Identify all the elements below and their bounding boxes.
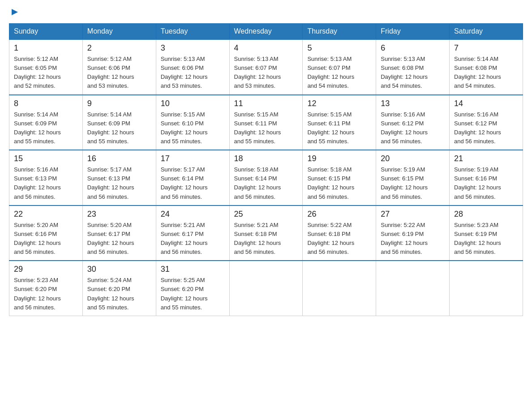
day-info: Sunrise: 5:22 AM Sunset: 6:18 PM Dayligh… (307, 221, 371, 257)
day-info: Sunrise: 5:21 AM Sunset: 6:18 PM Dayligh… (234, 221, 298, 257)
day-number: 27 (381, 210, 445, 219)
day-info: Sunrise: 5:23 AM Sunset: 6:19 PM Dayligh… (454, 221, 518, 257)
day-info: Sunrise: 5:15 AM Sunset: 6:11 PM Dayligh… (307, 110, 371, 146)
calendar-cell: 6 Sunrise: 5:13 AM Sunset: 6:08 PM Dayli… (376, 39, 450, 95)
calendar-cell: 15 Sunrise: 5:16 AM Sunset: 6:13 PM Dayl… (9, 150, 83, 206)
day-number: 31 (161, 265, 225, 274)
day-info: Sunrise: 5:16 AM Sunset: 6:12 PM Dayligh… (454, 110, 518, 146)
calendar-cell: 8 Sunrise: 5:14 AM Sunset: 6:09 PM Dayli… (9, 95, 83, 150)
weekday-header-wednesday: Wednesday (229, 24, 303, 40)
weekday-header-tuesday: Tuesday (156, 24, 229, 40)
day-info: Sunrise: 5:16 AM Sunset: 6:13 PM Dayligh… (14, 165, 78, 201)
weekday-header-row: SundayMondayTuesdayWednesdayThursdayFrid… (9, 24, 523, 40)
calendar-cell: 7 Sunrise: 5:14 AM Sunset: 6:08 PM Dayli… (450, 39, 523, 95)
week-row-4: 22 Sunrise: 5:20 AM Sunset: 6:16 PM Dayl… (9, 206, 523, 261)
weekday-header-thursday: Thursday (303, 24, 376, 40)
calendar-cell: 23 Sunrise: 5:20 AM Sunset: 6:17 PM Dayl… (82, 206, 156, 261)
day-info: Sunrise: 5:20 AM Sunset: 6:16 PM Dayligh… (14, 221, 78, 257)
week-row-2: 8 Sunrise: 5:14 AM Sunset: 6:09 PM Dayli… (9, 95, 523, 150)
calendar-cell: 4 Sunrise: 5:13 AM Sunset: 6:07 PM Dayli… (229, 39, 303, 95)
day-number: 5 (307, 43, 371, 53)
logo-arrow-icon (10, 7, 20, 17)
logo (9, 9, 20, 16)
calendar-cell: 12 Sunrise: 5:15 AM Sunset: 6:11 PM Dayl… (303, 95, 376, 150)
day-number: 24 (161, 210, 225, 219)
calendar-cell: 31 Sunrise: 5:25 AM Sunset: 6:20 PM Dayl… (156, 261, 229, 316)
day-number: 11 (234, 99, 298, 108)
day-info: Sunrise: 5:15 AM Sunset: 6:10 PM Dayligh… (161, 110, 225, 146)
calendar-cell (376, 261, 450, 316)
calendar-cell: 14 Sunrise: 5:16 AM Sunset: 6:12 PM Dayl… (450, 95, 523, 150)
day-number: 14 (454, 99, 518, 108)
day-info: Sunrise: 5:25 AM Sunset: 6:20 PM Dayligh… (161, 276, 225, 312)
day-info: Sunrise: 5:12 AM Sunset: 6:05 PM Dayligh… (14, 55, 78, 91)
day-info: Sunrise: 5:13 AM Sunset: 6:07 PM Dayligh… (234, 55, 298, 91)
calendar-cell: 30 Sunrise: 5:24 AM Sunset: 6:20 PM Dayl… (82, 261, 156, 316)
day-info: Sunrise: 5:20 AM Sunset: 6:17 PM Dayligh… (87, 221, 151, 257)
day-number: 16 (87, 154, 151, 163)
day-info: Sunrise: 5:14 AM Sunset: 6:08 PM Dayligh… (454, 55, 518, 91)
calendar-cell: 3 Sunrise: 5:13 AM Sunset: 6:06 PM Dayli… (156, 39, 229, 95)
svg-marker-0 (12, 9, 18, 15)
day-info: Sunrise: 5:19 AM Sunset: 6:16 PM Dayligh… (454, 165, 518, 201)
day-info: Sunrise: 5:13 AM Sunset: 6:07 PM Dayligh… (307, 55, 371, 91)
day-number: 18 (234, 154, 298, 163)
calendar-cell: 19 Sunrise: 5:18 AM Sunset: 6:15 PM Dayl… (303, 150, 376, 206)
day-info: Sunrise: 5:14 AM Sunset: 6:09 PM Dayligh… (87, 110, 151, 146)
calendar-cell: 11 Sunrise: 5:15 AM Sunset: 6:11 PM Dayl… (229, 95, 303, 150)
weekday-header-saturday: Saturday (450, 24, 523, 40)
day-number: 22 (14, 210, 78, 219)
calendar-cell: 1 Sunrise: 5:12 AM Sunset: 6:05 PM Dayli… (9, 39, 83, 95)
calendar-cell (303, 261, 376, 316)
day-number: 2 (87, 43, 151, 53)
day-info: Sunrise: 5:13 AM Sunset: 6:08 PM Dayligh… (381, 55, 445, 91)
day-number: 23 (87, 210, 151, 219)
day-number: 30 (87, 265, 151, 274)
day-info: Sunrise: 5:23 AM Sunset: 6:20 PM Dayligh… (14, 276, 78, 312)
week-row-5: 29 Sunrise: 5:23 AM Sunset: 6:20 PM Dayl… (9, 261, 523, 316)
calendar-cell: 21 Sunrise: 5:19 AM Sunset: 6:16 PM Dayl… (450, 150, 523, 206)
day-info: Sunrise: 5:15 AM Sunset: 6:11 PM Dayligh… (234, 110, 298, 146)
calendar-cell: 20 Sunrise: 5:19 AM Sunset: 6:15 PM Dayl… (376, 150, 450, 206)
day-number: 15 (14, 154, 78, 163)
calendar-cell: 13 Sunrise: 5:16 AM Sunset: 6:12 PM Dayl… (376, 95, 450, 150)
day-number: 3 (161, 43, 225, 53)
calendar-table: SundayMondayTuesdayWednesdayThursdayFrid… (9, 23, 523, 316)
calendar-cell: 22 Sunrise: 5:20 AM Sunset: 6:16 PM Dayl… (9, 206, 83, 261)
day-number: 8 (14, 99, 78, 108)
day-number: 12 (307, 99, 371, 108)
day-number: 17 (161, 154, 225, 163)
weekday-header-monday: Monday (82, 24, 156, 40)
day-info: Sunrise: 5:17 AM Sunset: 6:14 PM Dayligh… (161, 165, 225, 201)
day-number: 19 (307, 154, 371, 163)
day-number: 7 (454, 43, 518, 53)
calendar-cell: 25 Sunrise: 5:21 AM Sunset: 6:18 PM Dayl… (229, 206, 303, 261)
day-number: 4 (234, 43, 298, 53)
day-info: Sunrise: 5:18 AM Sunset: 6:14 PM Dayligh… (234, 165, 298, 201)
day-number: 10 (161, 99, 225, 108)
day-number: 28 (454, 210, 518, 219)
day-number: 1 (14, 43, 78, 53)
page-header (9, 9, 523, 16)
day-info: Sunrise: 5:21 AM Sunset: 6:17 PM Dayligh… (161, 221, 225, 257)
day-info: Sunrise: 5:13 AM Sunset: 6:06 PM Dayligh… (161, 55, 225, 91)
day-info: Sunrise: 5:18 AM Sunset: 6:15 PM Dayligh… (307, 165, 371, 201)
calendar-cell: 9 Sunrise: 5:14 AM Sunset: 6:09 PM Dayli… (82, 95, 156, 150)
week-row-3: 15 Sunrise: 5:16 AM Sunset: 6:13 PM Dayl… (9, 150, 523, 206)
day-number: 9 (87, 99, 151, 108)
day-info: Sunrise: 5:24 AM Sunset: 6:20 PM Dayligh… (87, 276, 151, 312)
day-number: 6 (381, 43, 445, 53)
calendar-cell: 16 Sunrise: 5:17 AM Sunset: 6:13 PM Dayl… (82, 150, 156, 206)
calendar-cell (229, 261, 303, 316)
calendar-cell (450, 261, 523, 316)
calendar-cell: 5 Sunrise: 5:13 AM Sunset: 6:07 PM Dayli… (303, 39, 376, 95)
calendar-cell: 17 Sunrise: 5:17 AM Sunset: 6:14 PM Dayl… (156, 150, 229, 206)
day-number: 25 (234, 210, 298, 219)
calendar-cell: 29 Sunrise: 5:23 AM Sunset: 6:20 PM Dayl… (9, 261, 83, 316)
day-info: Sunrise: 5:22 AM Sunset: 6:19 PM Dayligh… (381, 221, 445, 257)
day-number: 21 (454, 154, 518, 163)
calendar-cell: 10 Sunrise: 5:15 AM Sunset: 6:10 PM Dayl… (156, 95, 229, 150)
day-info: Sunrise: 5:17 AM Sunset: 6:13 PM Dayligh… (87, 165, 151, 201)
week-row-1: 1 Sunrise: 5:12 AM Sunset: 6:05 PM Dayli… (9, 39, 523, 95)
day-info: Sunrise: 5:12 AM Sunset: 6:06 PM Dayligh… (87, 55, 151, 91)
